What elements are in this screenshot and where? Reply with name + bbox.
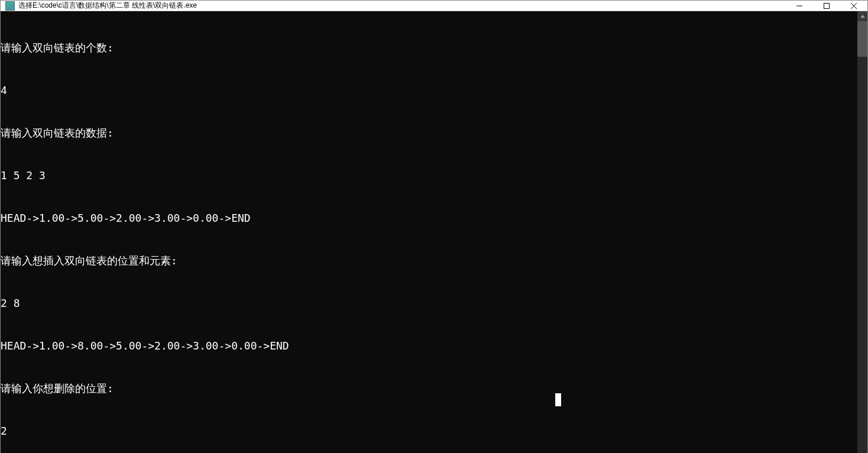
console-line: 1 5 2 3: [1, 169, 857, 183]
minimize-icon: [796, 3, 802, 9]
app-icon: [5, 1, 15, 11]
scroll-up-button[interactable]: [857, 11, 867, 21]
console-line: 请输入你想删除的位置:: [1, 381, 857, 396]
console-area: 请输入双向链表的个数: 4 请输入双向链表的数据: 1 5 2 3 HEAD->…: [1, 11, 867, 453]
console-line: 请输入想插入双向链表的位置和元素:: [1, 254, 857, 268]
app-window: 选择E:\code\c语言\数据结构\第二章 线性表\双向链表.exe 请输入双…: [0, 0, 868, 453]
svg-rect-1: [824, 3, 830, 8]
window-controls: [786, 1, 867, 11]
maximize-button[interactable]: [813, 1, 840, 11]
console-line: HEAD->1.00->8.00->5.00->2.00->3.00->0.00…: [1, 339, 857, 353]
vertical-scrollbar[interactable]: [857, 11, 867, 453]
console-line: 请输入双向链表的数据:: [1, 126, 857, 140]
selection-cursor: [555, 393, 561, 406]
scroll-thumb[interactable]: [857, 21, 867, 57]
window-title: 选择E:\code\c语言\数据结构\第二章 线性表\双向链表.exe: [18, 1, 786, 11]
minimize-button[interactable]: [786, 1, 813, 11]
titlebar[interactable]: 选择E:\code\c语言\数据结构\第二章 线性表\双向链表.exe: [1, 1, 867, 11]
close-icon: [851, 3, 857, 9]
console-line: 4: [1, 83, 857, 98]
console-line: HEAD->1.00->5.00->2.00->3.00->0.00->END: [1, 211, 857, 225]
close-button[interactable]: [840, 1, 867, 11]
chevron-up-icon: [860, 15, 865, 18]
maximize-icon: [824, 3, 830, 9]
console-line: 2 8: [1, 296, 857, 310]
console-output[interactable]: 请输入双向链表的个数: 4 请输入双向链表的数据: 1 5 2 3 HEAD->…: [1, 11, 857, 453]
console-line: 请输入双向链表的个数:: [1, 41, 857, 55]
console-line: 2: [1, 424, 857, 438]
